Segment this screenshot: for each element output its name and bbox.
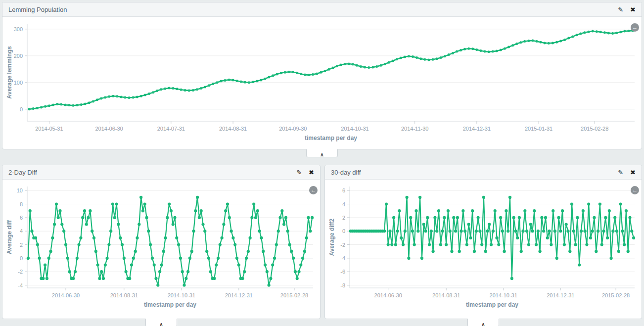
svg-text:6: 6 <box>20 215 23 221</box>
edit-pencil-icon[interactable]: ✎ <box>296 169 302 176</box>
svg-text:2014-06-30: 2014-06-30 <box>95 126 123 132</box>
svg-text:2014-08-31: 2014-08-31 <box>219 126 247 132</box>
svg-text:4: 4 <box>342 201 345 207</box>
svg-text:-4: -4 <box>340 255 345 261</box>
back-arrow-icon[interactable]: ← <box>631 186 639 194</box>
close-icon[interactable]: ✖ <box>630 6 636 13</box>
svg-text:2015-01-31: 2015-01-31 <box>525 126 552 132</box>
svg-text:300: 300 <box>14 26 23 32</box>
chevron-up-icon: ∧ <box>159 321 163 326</box>
edit-pencil-icon[interactable]: ✎ <box>618 169 623 176</box>
panel-title: 2-Day Diff <box>8 169 37 176</box>
chart-area-lemming-population: ← 01002003002014-05-312014-06-302014-07-… <box>2 17 642 149</box>
panel-30-day-diff: 30-day diff ✎ ✖ ← -8-6-4-202462014-06-30… <box>324 165 642 319</box>
svg-text:-8: -8 <box>340 282 345 288</box>
panel-actions: ✎ ✖ <box>611 169 636 176</box>
chevron-up-icon: ∧ <box>481 321 485 326</box>
svg-text:2014-08-31: 2014-08-31 <box>432 292 460 298</box>
panel-title: 30-day diff <box>331 169 361 176</box>
svg-text:0: 0 <box>20 106 23 112</box>
svg-text:2014-10-31: 2014-10-31 <box>341 126 368 132</box>
svg-text:100: 100 <box>14 80 23 86</box>
svg-text:2014-12-31: 2014-12-31 <box>547 292 574 298</box>
svg-text:2014-07-31: 2014-07-31 <box>157 126 185 132</box>
close-icon[interactable]: ✖ <box>630 169 636 176</box>
svg-text:6: 6 <box>342 187 345 193</box>
svg-text:2014-09-30: 2014-09-30 <box>279 126 307 132</box>
chevron-up-icon: ∧ <box>320 151 323 158</box>
svg-text:-4: -4 <box>18 282 23 288</box>
svg-text:2015-02-28: 2015-02-28 <box>602 292 630 298</box>
svg-text:Average diff: Average diff <box>6 220 13 254</box>
svg-text:2014-06-30: 2014-06-30 <box>52 292 80 298</box>
svg-text:2014-06-30: 2014-06-30 <box>374 292 402 298</box>
svg-text:2014-12-31: 2014-12-31 <box>225 292 253 298</box>
svg-text:-2: -2 <box>340 242 345 248</box>
svg-text:timestamp per day: timestamp per day <box>305 135 357 141</box>
back-arrow-icon[interactable]: ← <box>631 23 639 32</box>
collapse-button[interactable]: ∧ <box>306 149 338 157</box>
svg-text:2014-10-31: 2014-10-31 <box>168 292 195 298</box>
svg-text:-2: -2 <box>18 269 23 275</box>
svg-text:2014-08-31: 2014-08-31 <box>110 292 138 298</box>
svg-text:2: 2 <box>20 242 23 248</box>
panel-actions: ✎ ✖ <box>611 6 636 13</box>
panel-lemming-population: Lemming Population ✎ ✖ ← 01002003002014-… <box>2 2 642 149</box>
svg-text:2015-02-28: 2015-02-28 <box>280 292 308 298</box>
svg-text:2014-05-31: 2014-05-31 <box>35 126 63 132</box>
svg-text:timestamp per day: timestamp per day <box>144 301 196 308</box>
line-chart-30-day-diff[interactable]: -8-6-4-202462014-06-302014-08-312014-10-… <box>325 180 642 319</box>
collapse-button[interactable]: ∧ <box>467 319 499 326</box>
collapse-button[interactable]: ∧ <box>145 319 177 326</box>
svg-text:2015-02-28: 2015-02-28 <box>581 126 608 132</box>
svg-text:200: 200 <box>14 53 23 59</box>
svg-text:timestamp per day: timestamp per day <box>466 301 518 308</box>
close-icon[interactable]: ✖ <box>309 169 314 176</box>
svg-text:10: 10 <box>17 187 23 193</box>
line-chart-2-day-diff[interactable]: -4-202468102014-06-302014-08-312014-10-3… <box>2 180 320 319</box>
svg-text:4: 4 <box>20 228 23 234</box>
line-chart-lemming-population[interactable]: 01002003002014-05-312014-06-302014-07-31… <box>2 17 642 149</box>
panel-actions: ✎ ✖ <box>289 169 314 176</box>
svg-text:2014-12-31: 2014-12-31 <box>463 126 491 132</box>
svg-text:Average lemmings: Average lemmings <box>6 46 13 99</box>
svg-text:8: 8 <box>20 201 23 207</box>
panel-2-day-diff: 2-Day Diff ✎ ✖ ← -4-202468102014-06-3020… <box>2 165 321 319</box>
chart-area-2-day-diff: ← -4-202468102014-06-302014-08-312014-10… <box>2 180 320 319</box>
svg-text:2014-10-31: 2014-10-31 <box>490 292 517 298</box>
svg-text:-6: -6 <box>340 269 345 275</box>
panel-header-lemming-population[interactable]: Lemming Population ✎ ✖ <box>2 2 642 17</box>
back-arrow-icon[interactable]: ← <box>309 186 318 194</box>
panel-title: Lemming Population <box>8 6 67 13</box>
panel-header-2-day-diff[interactable]: 2-Day Diff ✎ ✖ <box>2 165 320 180</box>
svg-text:2: 2 <box>342 215 345 221</box>
svg-text:0: 0 <box>342 228 345 234</box>
svg-text:Average diff2: Average diff2 <box>328 218 335 256</box>
chart-area-30-day-diff: ← -8-6-4-202462014-06-302014-08-312014-1… <box>325 180 642 319</box>
edit-pencil-icon[interactable]: ✎ <box>618 6 623 13</box>
svg-text:0: 0 <box>20 255 23 261</box>
svg-text:2014-11-30: 2014-11-30 <box>401 126 428 132</box>
panel-header-30-day-diff[interactable]: 30-day diff ✎ ✖ <box>325 165 642 180</box>
